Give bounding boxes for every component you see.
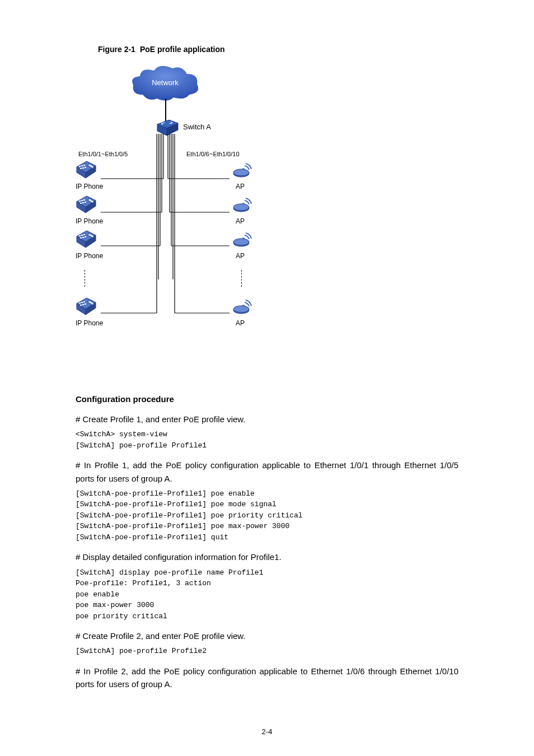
figure-caption: Figure 2-1PoE profile application: [76, 45, 458, 54]
step-desc: # In Profile 1, add the PoE policy confi…: [76, 459, 458, 485]
ap-icon: [232, 298, 255, 317]
svg-point-62: [233, 169, 249, 176]
step-desc: # Create Profile 1, and enter PoE profil…: [76, 413, 458, 426]
svg-point-63: [242, 168, 245, 170]
svg-point-72: [242, 305, 245, 307]
figure-number: Figure 2-1: [98, 45, 135, 54]
ip-phone-icon: [76, 230, 97, 251]
svg-rect-36: [83, 199, 85, 200]
page-number: 2-4: [0, 727, 534, 736]
device-label: IP Phone: [76, 319, 103, 327]
svg-rect-34: [79, 200, 81, 202]
device-label: AP: [236, 217, 245, 225]
ap-icon: [232, 161, 255, 180]
svg-rect-46: [83, 234, 85, 235]
svg-rect-38: [82, 202, 84, 203]
svg-rect-47: [80, 237, 82, 239]
svg-point-69: [242, 237, 245, 240]
device-label: AP: [236, 252, 245, 260]
svg-rect-55: [81, 302, 83, 303]
ip-phone-icon: [76, 297, 97, 318]
svg-point-65: [233, 204, 249, 211]
switch-label: Switch A: [183, 123, 211, 131]
step-desc: # Display detailed configuration informa…: [76, 550, 458, 563]
device-label: IP Phone: [76, 217, 103, 225]
figure-title: PoE profile application: [140, 45, 225, 54]
svg-point-66: [242, 203, 245, 205]
svg-rect-57: [80, 305, 82, 306]
svg-rect-49: [85, 236, 86, 237]
cli-block: [SwitchA-poe-profile-Profile1] poe enabl…: [76, 488, 458, 543]
svg-rect-44: [79, 235, 81, 236]
ellipsis-dots: [85, 270, 85, 287]
svg-rect-54: [79, 302, 81, 304]
ap-icon: [232, 231, 255, 250]
svg-rect-25: [81, 165, 83, 166]
svg-rect-59: [85, 304, 86, 305]
ip-phone-icon: [76, 160, 97, 181]
svg-rect-26: [83, 165, 85, 166]
cloud-label: Network: [152, 78, 179, 87]
svg-rect-24: [79, 166, 81, 167]
device-label: AP: [236, 183, 245, 190]
device-label: AP: [236, 319, 245, 327]
link-line: [165, 99, 166, 121]
svg-rect-48: [82, 237, 84, 238]
svg-rect-45: [81, 235, 83, 236]
device-label: IP Phone: [76, 252, 103, 260]
svg-point-68: [233, 239, 249, 245]
svg-rect-58: [82, 304, 84, 305]
svg-rect-28: [82, 167, 84, 169]
cli-block: <SwitchA> system-view [SwitchA] poe-prof…: [76, 429, 458, 451]
diagram: Network Switch A Eth1/0/1~Eth1/0/5 Eth1/…: [76, 64, 458, 327]
section-heading: Configuration procedure: [76, 394, 458, 404]
svg-rect-27: [80, 168, 82, 169]
device-label: IP Phone: [76, 183, 103, 190]
svg-rect-29: [85, 167, 86, 168]
cli-block: [SwitchA] display poe-profile name Profi…: [76, 567, 458, 622]
step-desc: # In Profile 2, add the PoE policy confi…: [76, 665, 458, 691]
svg-point-71: [233, 306, 249, 312]
ip-phone-icon: [76, 195, 97, 216]
svg-rect-35: [81, 200, 83, 201]
ap-icon: [232, 196, 255, 215]
svg-rect-56: [83, 301, 85, 302]
svg-rect-39: [85, 202, 86, 203]
cli-block: [SwitchA] poe-profile Profile2: [76, 646, 458, 657]
svg-rect-37: [80, 203, 82, 204]
ellipsis-dots: [241, 270, 242, 287]
step-desc: # Create Profile 2, and enter PoE profil…: [76, 629, 458, 642]
